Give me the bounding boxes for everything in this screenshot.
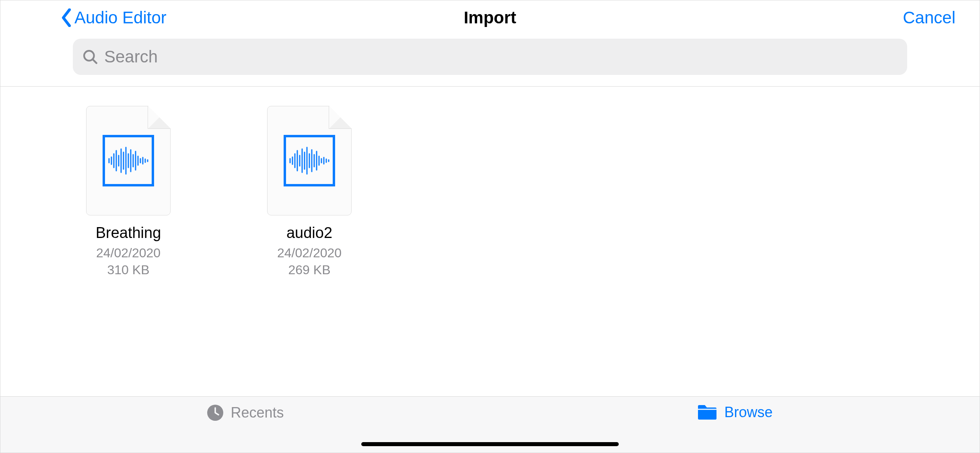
file-item[interactable]: audio2 24/02/2020 269 KB — [265, 106, 354, 278]
audio-waveform-icon — [103, 135, 154, 186]
tab-label: Browse — [724, 404, 772, 421]
file-name: Breathing — [96, 224, 161, 242]
audio-waveform-icon — [284, 135, 335, 186]
file-date: 24/02/2020 — [277, 245, 342, 262]
file-date: 24/02/2020 — [96, 245, 161, 262]
file-item[interactable]: Breathing 24/02/2020 310 KB — [84, 106, 173, 278]
file-name: audio2 — [286, 224, 332, 242]
chevron-left-icon — [61, 8, 72, 27]
search-input[interactable] — [104, 47, 898, 66]
file-grid: Breathing 24/02/2020 310 KB — [0, 87, 980, 278]
home-indicator[interactable] — [361, 442, 619, 446]
tab-label: Recents — [231, 404, 284, 421]
file-meta: 24/02/2020 310 KB — [96, 245, 161, 278]
svg-line-1 — [93, 60, 97, 63]
file-size: 269 KB — [277, 262, 342, 279]
search-container — [0, 35, 980, 86]
tab-browse[interactable]: Browse — [490, 404, 980, 421]
back-label: Audio Editor — [74, 8, 167, 27]
back-button[interactable]: Audio Editor — [61, 8, 167, 27]
tab-recents[interactable]: Recents — [0, 404, 490, 422]
clock-icon — [206, 404, 224, 422]
cancel-button[interactable]: Cancel — [903, 8, 955, 27]
folder-icon — [697, 404, 718, 421]
file-thumbnail — [267, 106, 352, 215]
file-meta: 24/02/2020 269 KB — [277, 245, 342, 278]
search-field[interactable] — [73, 39, 907, 75]
file-size: 310 KB — [96, 262, 161, 279]
page-title: Import — [464, 8, 517, 27]
file-thumbnail — [86, 106, 171, 215]
navigation-bar: Audio Editor Import Cancel — [0, 0, 980, 35]
svg-rect-37 — [698, 409, 716, 410]
search-icon — [82, 48, 99, 65]
